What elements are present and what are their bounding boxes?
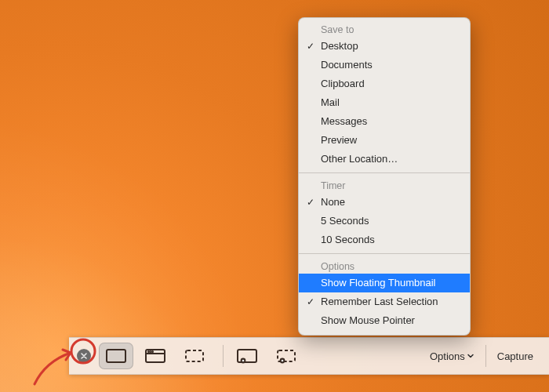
- capture-button[interactable]: Capture: [489, 343, 541, 369]
- menu-item-remember-last[interactable]: ✓Remember Last Selection: [299, 292, 470, 311]
- record-group: [230, 343, 308, 369]
- menu-item-timer-5s[interactable]: 5 Seconds: [299, 212, 470, 230]
- record-selection-icon: [275, 348, 297, 364]
- record-selection[interactable]: [269, 343, 304, 369]
- svg-point-3: [148, 351, 149, 352]
- toolbar-right-group: Options Capture: [422, 343, 541, 369]
- menu-section-title: Timer: [299, 177, 470, 193]
- menu-divider: [299, 253, 470, 254]
- toolbar-separator: [223, 345, 224, 367]
- window-icon: [144, 348, 166, 364]
- capture-label: Capture: [497, 350, 533, 362]
- toolbar-separator: [485, 345, 486, 367]
- menu-item-clipboard[interactable]: Clipboard: [299, 74, 470, 93]
- svg-point-4: [150, 351, 151, 352]
- close-button[interactable]: [77, 349, 91, 363]
- menu-item-timer-none[interactable]: ✓None: [299, 193, 470, 212]
- screen-icon: [105, 348, 127, 364]
- menu-item-show-mouse[interactable]: Show Mouse Pointer: [299, 311, 470, 330]
- capture-window[interactable]: [138, 343, 173, 369]
- menu-item-other-location[interactable]: Other Location…: [299, 150, 470, 169]
- svg-point-5: [152, 351, 153, 352]
- menu-item-messages[interactable]: Messages: [299, 112, 470, 131]
- svg-rect-0: [107, 350, 125, 362]
- chevron-down-icon: [467, 352, 474, 360]
- menu-item-documents[interactable]: Documents: [299, 56, 470, 74]
- options-menu: Save to ✓Desktop Documents Clipboard Mai…: [298, 17, 471, 336]
- menu-item-timer-10s[interactable]: 10 Seconds: [299, 230, 470, 249]
- menu-item-floating-thumbnail[interactable]: Show Floating Thumbnail: [299, 274, 470, 292]
- menu-item-preview[interactable]: Preview: [299, 131, 470, 150]
- screenshot-toolbar: Options Capture: [69, 337, 549, 375]
- check-icon: ✓: [307, 39, 314, 53]
- options-label: Options: [430, 350, 465, 362]
- svg-point-9: [242, 360, 245, 362]
- capture-selection[interactable]: [177, 343, 212, 369]
- record-entire-screen[interactable]: [230, 343, 264, 369]
- close-icon: [80, 352, 88, 360]
- svg-rect-6: [186, 350, 203, 361]
- menu-section-title: Save to: [299, 21, 470, 37]
- svg-rect-7: [238, 350, 256, 362]
- menu-item-mail[interactable]: Mail: [299, 93, 470, 112]
- capture-entire-screen[interactable]: [99, 343, 133, 369]
- menu-section-title: Options: [299, 258, 470, 274]
- check-icon: ✓: [307, 295, 314, 309]
- selection-icon: [184, 348, 205, 364]
- menu-item-desktop[interactable]: ✓Desktop: [299, 37, 470, 56]
- options-button[interactable]: Options: [422, 343, 482, 369]
- svg-point-12: [282, 360, 284, 362]
- capture-screen-group: [99, 343, 216, 369]
- menu-divider: [299, 172, 470, 173]
- record-screen-icon: [236, 348, 258, 364]
- check-icon: ✓: [307, 195, 314, 209]
